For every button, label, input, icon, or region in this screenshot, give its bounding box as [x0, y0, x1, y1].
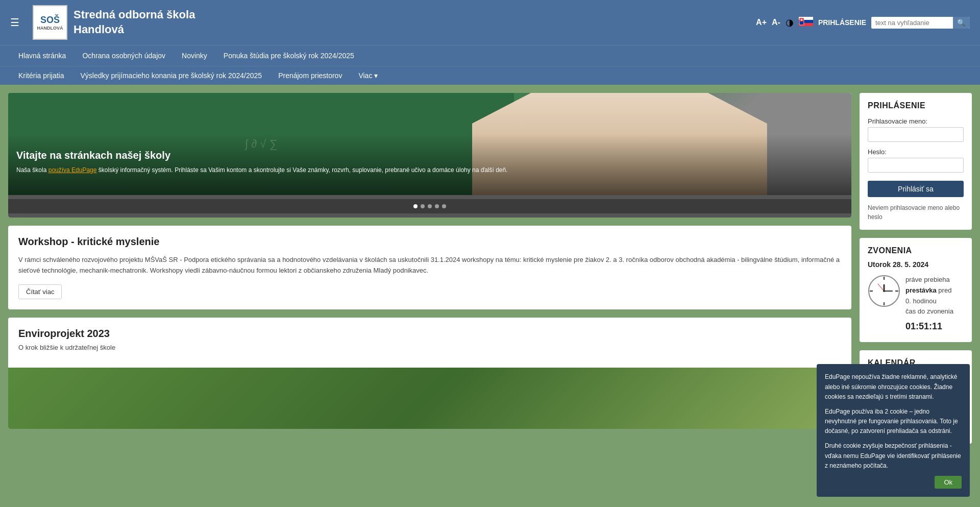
left-column: ∫ ∂ √ ∑ Vitajte na stránkach našej školy… [8, 93, 851, 444]
svg-point-14 [883, 290, 885, 292]
nav-kriteria[interactable]: Kritéria prijatia [10, 66, 72, 85]
logo-handlova: HANDLOVÁ [37, 26, 63, 31]
slide-dot-1[interactable] [413, 204, 418, 208]
forgot-link[interactable]: Neviem prihlasovacie meno alebo heslo [868, 203, 964, 222]
header-right: A+ A- ◑ PRIHLÁSENIE 🔍 [756, 17, 970, 29]
enviroprojekt-article: Enviroprojekt 2023 O krok bližšie k udrž… [8, 318, 851, 429]
username-group: Prihlasovacie meno: [868, 117, 964, 142]
password-group: Heslo: [868, 148, 964, 173]
zvonenia-time-label: čas do zvonenia [905, 306, 953, 317]
site-title: Stredná odborná škola Handlová [74, 8, 195, 37]
font-decrease-button[interactable]: A- [772, 18, 780, 27]
primary-nav: Hlavná stránka Ochrana osobných údajov N… [0, 45, 980, 66]
password-input[interactable] [868, 158, 964, 173]
search-input[interactable] [871, 17, 953, 29]
header-login-link[interactable]: PRIHLÁSENIE [818, 18, 866, 27]
cookie-text-1: EduPage nepoužíva žiadne reklamné, analy… [825, 372, 962, 402]
zvonenia-date: Utorok 28. 5. 2024 [868, 260, 964, 269]
secondary-nav: Kritéria prijatia Výsledky prijímacieho … [0, 66, 980, 85]
enviroprojekt-text: Enviroprojekt 2023 O krok bližšie k udrž… [8, 318, 851, 368]
edupage-link[interactable]: používa EduPage [48, 166, 97, 174]
zvonenia-countdown: 01:51:11 [905, 319, 953, 334]
site-logo[interactable]: SOŠ HANDLOVÁ [33, 5, 67, 40]
slide-dot-2[interactable] [421, 204, 425, 208]
zvonenia-heading: ZVONENIA [868, 246, 964, 255]
login-heading: PRIHLÁSENIE [868, 101, 964, 110]
username-input[interactable] [868, 127, 964, 142]
logo-sos: SOŠ [40, 15, 60, 26]
slider-card: ∫ ∂ √ ∑ Vitajte na stránkach našej školy… [8, 93, 851, 218]
enviroprojekt-image [8, 368, 851, 429]
zvonenia-period: prestávka pred [905, 285, 953, 296]
cookie-text-3: Druhé cookie zvyšuje bezpečnosť prihláse… [825, 441, 962, 471]
slider-dots-container [8, 195, 851, 218]
search-button[interactable]: 🔍 [953, 17, 970, 29]
workshop-article: Workshop - kritické myslenie V rámci sch… [8, 226, 851, 309]
nav-vysledky[interactable]: Výsledky prijímacieho konania pre školsk… [72, 66, 270, 85]
nav-prenajom[interactable]: Prenájom priestorov [270, 66, 350, 85]
cookie-ok-button[interactable]: Ok [935, 476, 962, 489]
analog-clock [868, 275, 900, 307]
zvonenia-hodina: 0. hodinou [905, 296, 953, 307]
enviroprojekt-body: O krok bližšie k udržateľnej škole [18, 344, 841, 351]
workshop-title: Workshop - kritické myslenie [18, 236, 841, 248]
slider-image: ∫ ∂ √ ∑ Vitajte na stránkach našej školy… [8, 93, 851, 195]
zvonenia-info: práve prebieha prestávka pred 0. hodinou… [905, 275, 953, 334]
font-increase-button[interactable]: A+ [756, 18, 767, 27]
zvonenia-status: práve prebieha [905, 275, 953, 285]
workshop-body: V rámci schváleného rozvojového projektu… [18, 255, 841, 276]
language-flag-sk[interactable] [799, 17, 813, 28]
username-label: Prihlasovacie meno: [868, 117, 964, 125]
slide-dot-4[interactable] [435, 204, 439, 208]
slider-title: Vitajte na stránkach našej školy [16, 150, 843, 161]
nav-viac[interactable]: Viac ▾ [350, 66, 386, 85]
zvonenia-content: práve prebieha prestávka pred 0. hodinou… [868, 275, 964, 334]
header: ☰ SOŠ HANDLOVÁ Stredná odborná škola Han… [0, 0, 980, 45]
chevron-down-icon: ▾ [374, 71, 378, 80]
logo-area: SOŠ HANDLOVÁ Stredná odborná škola Handl… [33, 5, 748, 40]
nav-home[interactable]: Hlavná stránka [10, 45, 74, 66]
cookie-notice: EduPage nepoužíva žiadne reklamné, analy… [817, 364, 970, 497]
login-submit[interactable]: Prihlásiť sa [868, 181, 964, 197]
slider-overlay [8, 93, 851, 195]
slide-dot-5[interactable] [442, 204, 446, 208]
hamburger-menu[interactable]: ☰ [10, 16, 19, 29]
enviroprojekt-title: Enviroprojekt 2023 [18, 328, 841, 340]
cookie-text-2: EduPage používa iba 2 cookie – jedno nev… [825, 407, 962, 437]
contrast-toggle[interactable]: ◑ [786, 17, 794, 28]
login-panel: PRIHLÁSENIE Prihlasovacie meno: Heslo: P… [860, 93, 972, 230]
slider-body: Naša škola používa EduPage školský infor… [16, 165, 843, 175]
svg-rect-5 [800, 21, 803, 25]
password-label: Heslo: [868, 148, 964, 156]
nav-ponuka[interactable]: Ponuka štúdia pre školský rok 2024/2025 [215, 45, 362, 66]
slide-dot-3[interactable] [428, 204, 432, 208]
search-bar: 🔍 [871, 17, 970, 29]
nav-ochrana[interactable]: Ochrana osobných údajov [74, 45, 174, 66]
zvonenia-panel: ZVONENIA Utorok 28. 5. 2024 [860, 238, 972, 342]
slider-dots [8, 199, 851, 213]
nav-novinky[interactable]: Novinky [174, 45, 215, 66]
workshop-read-more[interactable]: Čítať viac [18, 284, 62, 299]
slider-text: Vitajte na stránkach našej školy Naša šk… [16, 150, 843, 175]
